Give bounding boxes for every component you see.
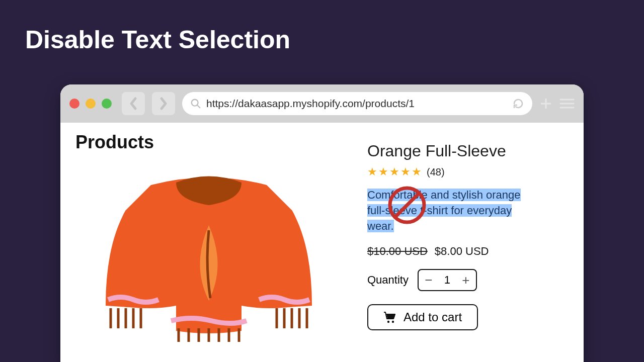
rating: ★ ★ ★ ★ ★ (48) [367,165,569,178]
minimize-window-icon[interactable] [86,99,96,109]
plus-icon [539,97,552,110]
star-icon: ★ [367,165,377,178]
stars: ★ ★ ★ ★ ★ [367,165,422,178]
section-heading: Products [75,132,347,153]
quantity-stepper[interactable]: − 1 + [418,269,477,291]
add-to-cart-button[interactable]: Add to cart [367,304,478,330]
svg-point-28 [392,321,394,323]
url-bar[interactable]: https://dakaasapp.myshopify.com/products… [182,92,532,115]
reload-icon[interactable] [512,98,524,110]
product-title: Orange Full-Sleeve [367,142,569,160]
rating-count: (48) [427,166,445,178]
price-row: $10.00 USD $8.00 USD [367,245,569,258]
quantity-increase-button[interactable]: + [456,270,476,290]
svg-line-1 [197,105,200,108]
url-text: https://dakaasapp.myshopify.com/products… [206,98,507,110]
quantity-label: Quantity [367,274,409,287]
price: $8.00 USD [435,245,489,258]
chevron-left-icon [128,97,138,111]
page-content: Products [60,123,584,348]
browser-window: https://dakaasapp.myshopify.com/products… [60,84,584,362]
star-icon: ★ [378,165,388,178]
cart-icon [383,311,396,323]
product-description: Comfortable and stylish orange full-slee… [367,188,523,234]
star-icon: ★ [400,165,411,178]
window-controls [69,99,112,109]
menu-button[interactable] [559,98,575,110]
new-tab-button[interactable] [539,97,552,110]
add-to-cart-label: Add to cart [404,310,462,324]
star-icon: ★ [389,165,399,178]
quantity-value: 1 [439,274,456,287]
hamburger-icon [559,98,575,110]
back-button[interactable] [122,92,145,115]
close-window-icon[interactable] [69,99,79,109]
forward-button[interactable] [152,92,175,115]
svg-point-27 [387,321,389,323]
search-icon [190,98,201,109]
product-image [91,155,327,346]
chevron-right-icon [158,97,169,111]
maximize-window-icon[interactable] [102,99,112,109]
star-icon: ★ [412,165,422,178]
quantity-decrease-button[interactable]: − [419,270,439,290]
browser-chrome: https://dakaasapp.myshopify.com/products… [60,84,584,123]
old-price: $10.00 USD [367,245,428,258]
page-title: Disable Text Selection [0,0,644,54]
